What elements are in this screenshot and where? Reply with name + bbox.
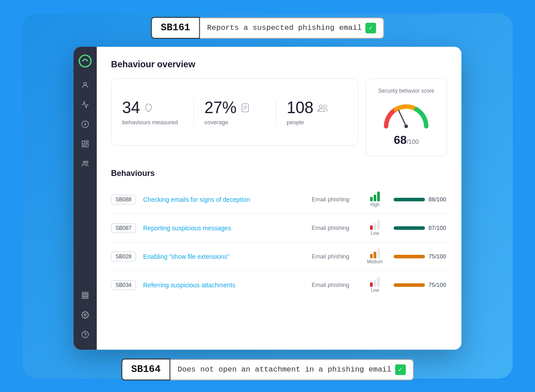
behaviour-row-sb087: SB087 Reporting suspicious messages Emai…	[111, 214, 447, 242]
metric-behaviours: 34 behaviours measured	[122, 98, 183, 126]
metric-people-label: people	[287, 119, 304, 126]
sb087-category: Email phishing	[312, 225, 356, 231]
doc-icon	[240, 103, 250, 113]
gauge-score-max: /100	[407, 138, 419, 145]
sb087-score-bar: 87/100	[394, 225, 447, 231]
app-window: Behaviour overview 34 behaviours measure…	[74, 47, 461, 350]
top-check-icon: ✓	[365, 23, 376, 33]
sb028-score-text: 75/100	[428, 253, 446, 260]
sb028-risk-label: Medium	[367, 259, 383, 264]
svg-point-8	[83, 161, 86, 163]
sb088-risk-label: High	[370, 202, 380, 207]
sidebar-item-play[interactable]	[77, 116, 93, 132]
sb087-link[interactable]: Reporting suspicious messages	[143, 225, 305, 232]
metric-coverage-value: 27%	[205, 98, 237, 117]
sb028-risk: Medium	[363, 249, 387, 264]
gauge-title: Security behavior score	[379, 88, 434, 94]
top-annotation-text: Reports a suspected phishing email ✓	[200, 17, 384, 39]
sb087-score-text: 87/100	[428, 225, 446, 231]
sidebar-item-files[interactable]	[77, 287, 93, 303]
svg-marker-3	[85, 123, 87, 126]
sb034-category: Email phishing	[312, 282, 356, 288]
svg-rect-12	[82, 297, 88, 298]
sb088-badge: SB088	[111, 195, 136, 204]
top-annotation: SB161 Reports a suspected phishing email…	[151, 17, 384, 39]
gauge-svg	[382, 99, 431, 131]
sb034-risk-label: Low	[371, 288, 379, 293]
sb087-risk: Low	[363, 220, 387, 236]
sb088-score-text: 88/100	[428, 196, 446, 203]
svg-rect-10	[82, 292, 88, 294]
sb034-score-text: 75/100	[428, 282, 446, 288]
sidebar-item-help[interactable]	[77, 327, 93, 343]
svg-rect-11	[82, 295, 88, 296]
sb088-link[interactable]: Checking emails for signs of deception	[143, 196, 305, 203]
main-content: Behaviour overview 34 behaviours measure…	[97, 47, 461, 350]
svg-line-22	[399, 110, 406, 127]
svg-point-9	[86, 161, 88, 163]
sb034-badge: SB034	[111, 280, 136, 290]
sb087-badge: SB087	[111, 223, 136, 233]
svg-point-1	[84, 82, 86, 85]
sidebar-item-users[interactable]	[77, 77, 93, 93]
sb088-category: Email phishing	[312, 196, 356, 203]
gauge-score-value: 68	[394, 133, 407, 147]
behaviours-section: Behaviours SB088 Checking emails for sig…	[111, 169, 447, 299]
metric-coverage-label: coverage	[205, 119, 228, 126]
svg-rect-6	[86, 144, 88, 147]
svg-point-13	[84, 314, 86, 316]
behaviour-row-sb028: SB028 Enabling "show file extensions" Em…	[111, 242, 447, 271]
sb034-score-bar: 75/100	[394, 282, 447, 288]
metric-behaviours-value: 34	[122, 98, 140, 117]
metrics-card: 34 behaviours measured 27% coverage	[111, 78, 358, 146]
metric-coverage: 27% coverage	[205, 98, 265, 126]
behaviour-row-sb034: SB034 Referring suspicious attachments E…	[111, 271, 447, 299]
sb034-link[interactable]: Referring suspicious attachments	[143, 282, 305, 289]
overview-title: Behaviour overview	[111, 59, 447, 69]
sb028-link[interactable]: Enabling "show file extensions"	[143, 253, 305, 260]
sidebar-item-groups[interactable]	[77, 155, 93, 172]
svg-point-20	[319, 105, 322, 108]
sidebar-item-analytics[interactable]	[77, 97, 93, 113]
metric-behaviours-label: behaviours measured	[122, 119, 178, 126]
sb028-score-bar: 75/100	[394, 253, 447, 260]
metric-people-value: 108	[287, 98, 313, 117]
svg-rect-5	[86, 141, 88, 143]
sidebar	[74, 47, 97, 350]
sb088-risk: High	[363, 192, 387, 207]
gauge-score: 68/100	[394, 133, 419, 147]
background-container: Behaviour overview 34 behaviours measure…	[22, 13, 513, 379]
svg-point-23	[404, 125, 408, 128]
svg-rect-7	[82, 145, 84, 147]
people-icon	[317, 103, 329, 113]
sidebar-item-reports[interactable]	[77, 136, 93, 152]
shield-icon	[144, 103, 153, 113]
bottom-annotation: SB164 Does not open an attachment in a p…	[121, 359, 414, 380]
sidebar-item-settings[interactable]	[77, 307, 93, 323]
sb028-category: Email phishing	[312, 253, 356, 260]
metric-people: 108 people	[287, 98, 347, 126]
svg-rect-4	[82, 141, 84, 144]
sb087-risk-label: Low	[371, 231, 379, 236]
behaviour-row-sb088: SB088 Checking emails for signs of decep…	[111, 185, 447, 214]
sb034-risk: Low	[363, 277, 387, 293]
svg-point-0	[79, 55, 91, 67]
sb088-score-bar: 88/100	[394, 196, 447, 203]
svg-point-21	[324, 105, 327, 108]
behaviours-title: Behaviours	[111, 169, 447, 178]
bottom-check-icon: ✓	[395, 364, 406, 375]
bottom-annotation-text: Does not open an attachment in a phishin…	[170, 359, 413, 380]
bottom-annotation-badge: SB164	[121, 359, 170, 380]
gauge-card: Security behavior score	[366, 78, 447, 156]
top-annotation-badge: SB161	[151, 17, 200, 39]
app-logo[interactable]	[78, 54, 92, 68]
sb028-badge: SB028	[111, 252, 136, 261]
